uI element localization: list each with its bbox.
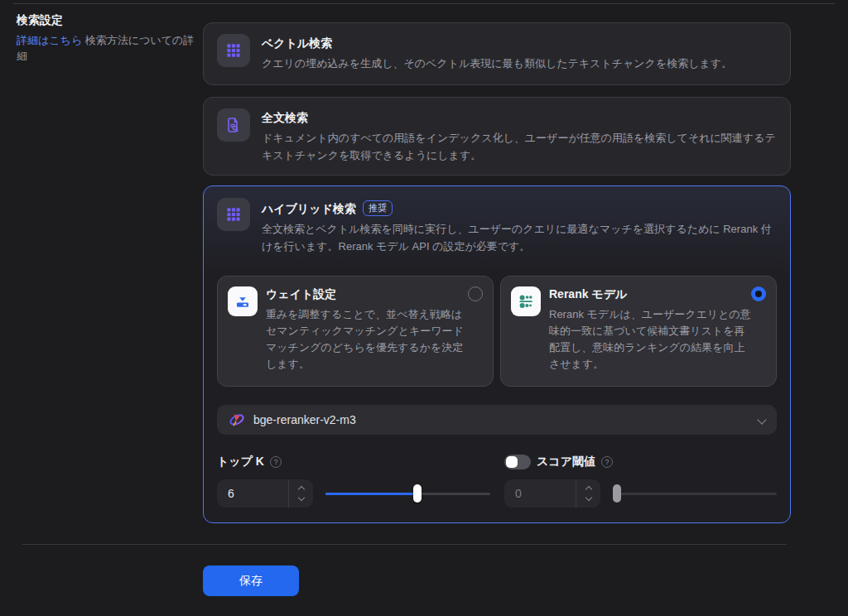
- top-k-value[interactable]: 6: [217, 479, 288, 508]
- top-k-slider-fill: [325, 493, 417, 495]
- weight-settings-radio[interactable]: [468, 286, 483, 301]
- grid-dots-icon: [217, 34, 250, 67]
- top-k-stepper[interactable]: [288, 479, 313, 508]
- recommended-badge: 推奨: [363, 200, 393, 216]
- slider-track[interactable]: [613, 493, 777, 495]
- stepper-down-icon[interactable]: [585, 494, 591, 501]
- top-divider: [13, 3, 835, 4]
- top-k-control: トップ K ? 6: [217, 454, 490, 508]
- hybrid-header: ハイブリッド検索推奨 全文検索とベクトル検索を同時に実行し、ユーザーのクエリに最…: [204, 186, 790, 256]
- option-title: ウェイト設定: [266, 287, 483, 302]
- stepper-up-icon[interactable]: [585, 486, 591, 493]
- method-description: ドキュメント内のすべての用語をインデックス化し、ユーザーが任意の用語を検索してそ…: [262, 130, 777, 165]
- help-icon[interactable]: ?: [270, 456, 282, 468]
- search-method-list: ベクトル検索 クエリの埋め込みを生成し、そのベクトル表現に最も類似したテキストチ…: [203, 22, 791, 523]
- score-threshold-stepper[interactable]: [576, 479, 600, 508]
- help-icon[interactable]: ?: [601, 456, 613, 468]
- method-card-hybrid-search[interactable]: ハイブリッド検索推奨 全文検索とベクトル検索を同時に実行し、ユーザーのクエリに最…: [203, 185, 791, 523]
- method-description: クエリの埋め込みを生成し、そのベクトル表現に最も類似したテキストチャンクを検索し…: [262, 55, 732, 73]
- top-k-input[interactable]: 6: [217, 479, 313, 508]
- stepper-up-icon[interactable]: [297, 486, 304, 493]
- option-description: 重みを調整することで、並べ替え戦略はセマンティックマッチングとキーワードマッチン…: [266, 306, 483, 373]
- option-card-text: Rerank モデル Rerank モデルは、ユーザークエリとの意味的一致に基づ…: [549, 286, 766, 376]
- method-title: ハイブリッド検索推奨: [262, 200, 777, 217]
- save-button[interactable]: 保存: [203, 565, 299, 596]
- toggle-knob: [506, 456, 518, 468]
- score-threshold-toggle[interactable]: [504, 455, 531, 469]
- option-card-text: ウェイト設定 重みを調整することで、並べ替え戦略はセマンティックマッチングとキー…: [266, 286, 483, 376]
- option-card-rerank-model[interactable]: Rerank モデル Rerank モデルは、ユーザークエリとの意味的一致に基づ…: [500, 276, 777, 387]
- score-threshold-label: スコア閾値: [537, 455, 595, 469]
- method-card-text: 全文検索 ドキュメント内のすべての用語をインデックス化し、ユーザーが任意の用語を…: [262, 108, 777, 164]
- section-title: 検索設定: [17, 13, 199, 28]
- method-card-vector-search[interactable]: ベクトル検索 クエリの埋め込みを生成し、そのベクトル表現に最も類似したテキストチ…: [203, 22, 791, 85]
- option-card-weight-settings[interactable]: ウェイト設定 重みを調整することで、並べ替え戦略はセマンティックマッチングとキー…: [217, 276, 494, 387]
- grid-dots-icon: [217, 198, 250, 231]
- method-title: 全文検索: [262, 111, 777, 126]
- score-threshold-slider-handle[interactable]: [613, 484, 621, 503]
- option-description: Rerank モデルは、ユーザークエリとの意味的一致に基づいて候補文書リストを再…: [549, 306, 766, 373]
- rerank-dots-icon: [511, 286, 541, 316]
- xinference-provider-icon: [229, 411, 245, 428]
- method-description: 全文検索とベクトル検索を同時に実行し、ユーザーのクエリに最適なマッチを選択するた…: [262, 221, 777, 256]
- rerank-model-radio[interactable]: [751, 286, 766, 301]
- chevron-down-icon: [757, 415, 766, 424]
- hybrid-mode-options: ウェイト設定 重みを調整することで、並べ替え戦略はセマンティックマッチングとキー…: [217, 276, 777, 387]
- retrieval-controls: トップ K ? 6: [217, 454, 777, 508]
- method-card-text: ベクトル検索 クエリの埋め込みを生成し、そのベクトル表現に最も類似したテキストチ…: [262, 34, 732, 74]
- section-description: 詳細はこちら 検索方法についての詳細: [17, 32, 199, 64]
- model-name: bge-reranker-v2-m3: [253, 413, 356, 426]
- score-threshold-slider[interactable]: [613, 479, 777, 508]
- learn-more-link[interactable]: 詳細はこちら: [17, 34, 82, 46]
- method-card-fulltext-search[interactable]: 全文検索 ドキュメント内のすべての用語をインデックス化し、ユーザーが任意の用語を…: [203, 97, 791, 176]
- top-k-slider[interactable]: [325, 479, 490, 508]
- score-threshold-value[interactable]: 0: [504, 479, 576, 508]
- top-k-label: トップ K: [217, 455, 264, 469]
- option-title: Rerank モデル: [549, 287, 766, 302]
- document-search-icon: [217, 108, 250, 142]
- bottom-divider: [22, 544, 787, 545]
- method-title: ベクトル検索: [262, 36, 732, 51]
- score-threshold-input[interactable]: 0: [504, 479, 600, 508]
- method-card-text: ハイブリッド検索推奨 全文検索とベクトル検索を同時に実行し、ユーザーのクエリに最…: [262, 198, 777, 256]
- settings-label-block: 検索設定 詳細はこちら 検索方法についての詳細: [17, 13, 199, 64]
- score-threshold-control: スコア閾値 ? 0: [504, 454, 777, 508]
- weight-balance-icon: [228, 286, 258, 316]
- stepper-down-icon[interactable]: [297, 494, 304, 501]
- top-k-slider-handle[interactable]: [413, 484, 422, 503]
- rerank-model-select[interactable]: bge-reranker-v2-m3: [217, 405, 777, 435]
